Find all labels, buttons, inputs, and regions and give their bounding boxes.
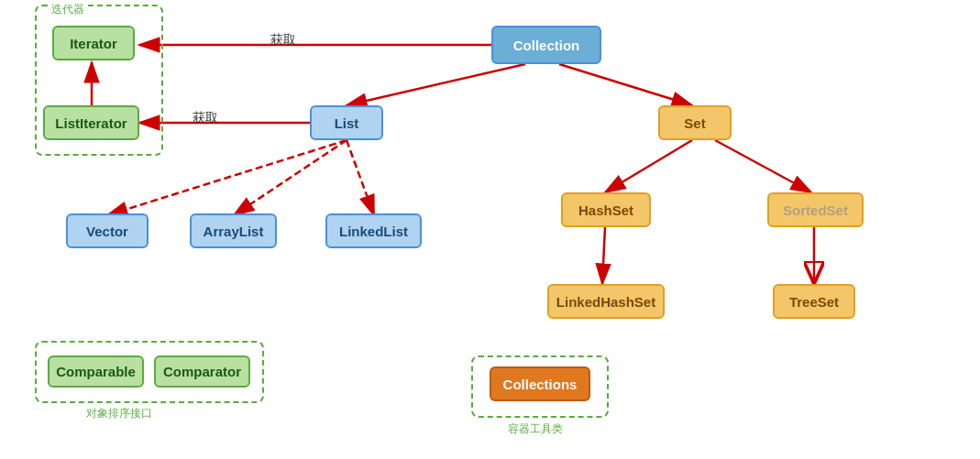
sortedset-node: SortedSet (767, 192, 864, 227)
sort-box-label: 对象排序接口 (83, 406, 156, 421)
svg-line-12 (602, 227, 605, 284)
diagram: 迭代器 对象排序接口 容器工具类 Collection Iterator Lis… (0, 0, 980, 459)
hashset-node: HashSet (561, 192, 651, 227)
comparable-node: Comparable (48, 355, 144, 388)
obtain-iterator-label: 获取 (270, 32, 296, 49)
svg-line-4 (559, 64, 692, 105)
vector-node: Vector (66, 213, 149, 248)
svg-line-8 (234, 140, 347, 215)
comparator-node: Comparator (154, 355, 250, 388)
svg-line-9 (347, 140, 374, 215)
listiterator-node: ListIterator (43, 105, 139, 140)
treeset-node: TreeSet (773, 284, 855, 319)
collection-node: Collection (491, 26, 601, 64)
tools-box-label: 容器工具类 (504, 421, 567, 437)
list-node: List (310, 105, 383, 140)
iterator-node: Iterator (52, 26, 135, 60)
arraylist-node: ArrayList (190, 213, 277, 248)
obtain-listiterator-label: 获取 (193, 110, 218, 126)
linkedhashset-node: LinkedHashSet (547, 284, 665, 319)
svg-line-3 (347, 64, 525, 105)
svg-line-11 (715, 140, 811, 192)
svg-line-10 (605, 140, 692, 192)
set-node: Set (658, 105, 732, 140)
collections-node: Collections (490, 366, 590, 401)
linkedlist-node: LinkedList (325, 213, 422, 248)
iterator-box-label: 迭代器 (48, 2, 88, 17)
